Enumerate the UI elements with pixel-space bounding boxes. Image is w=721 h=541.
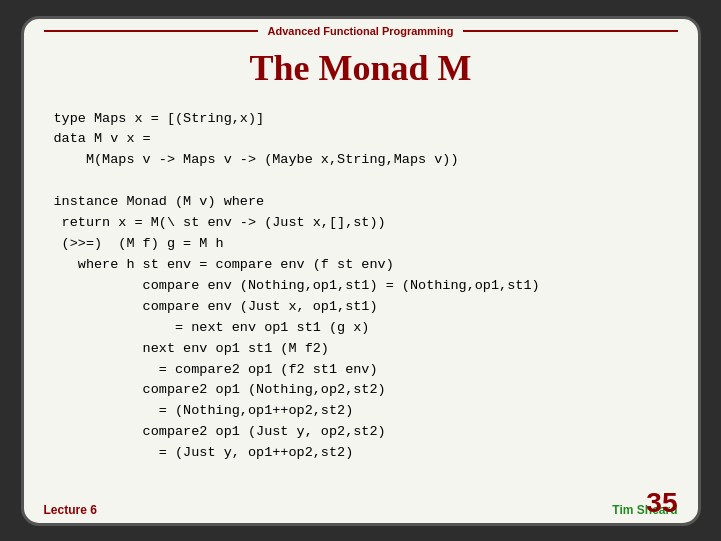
lecture-label: Lecture 6: [44, 503, 97, 517]
bottom-row: Lecture 6 Tim Sheard 35: [24, 499, 698, 523]
top-bar-label: Advanced Functional Programming: [258, 25, 464, 37]
slide-container: Advanced Functional Programming The Mona…: [21, 16, 701, 526]
slide-content: type Maps x = [(String,x)] data M v x = …: [24, 99, 698, 499]
slide-number: 35: [646, 487, 677, 519]
top-bar: Advanced Functional Programming: [24, 19, 698, 43]
code-block: type Maps x = [(String,x)] data M v x = …: [54, 109, 668, 465]
slide-title: The Monad M: [24, 43, 698, 99]
